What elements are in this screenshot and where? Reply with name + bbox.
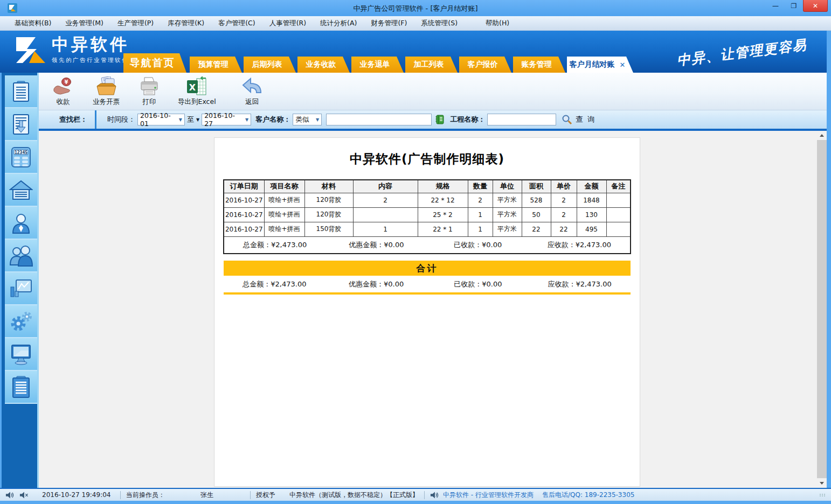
logo-name: 中异软件: [52, 35, 150, 53]
invoice-button[interactable]: 业务开票: [92, 76, 121, 107]
chevron-up-icon: [820, 134, 824, 137]
sidebar-item-calculator[interactable]: 12345: [5, 141, 37, 174]
active-tab-label: 客户月结对账: [570, 60, 615, 69]
chevron-down-icon: [820, 482, 824, 485]
menu-item-help[interactable]: 帮助(H): [479, 17, 516, 30]
menu-item-inventory[interactable]: 库存管理(K): [161, 17, 211, 30]
menu-item-finance[interactable]: 财务管理(F): [364, 17, 414, 30]
menu-item-hr[interactable]: 人事管理(R): [262, 17, 313, 30]
sidebar-item-monitor[interactable]: [5, 338, 37, 371]
project-name-input[interactable]: [487, 114, 556, 125]
scroll-up-button[interactable]: [817, 131, 827, 140]
licensed-label: 授权予: [256, 491, 275, 500]
printer-icon: [138, 76, 160, 96]
sidebar-item-notes[interactable]: [5, 371, 37, 404]
svg-text:12345: 12345: [15, 150, 27, 155]
sidebar-item-warehouse[interactable]: [5, 174, 37, 207]
grand-total: 总金额：¥2,473.00: [224, 279, 326, 289]
menu-item-business[interactable]: 业务管理(M): [58, 17, 110, 30]
table-row[interactable]: 2016-10-27喷绘+拼画 120背胶 25 * 21 平方米50 2130: [224, 207, 631, 222]
tab-customer-monthly-statement[interactable]: 客户月结对账 ✕: [567, 57, 633, 73]
sidebar-item-report[interactable]: [5, 75, 37, 108]
tab-postprocess-list[interactable]: 后期列表: [244, 57, 296, 73]
speaker-muted-icon[interactable]: [19, 491, 28, 499]
summary-received: 已收款：¥0.00: [427, 240, 529, 250]
sidebar-item-document-download[interactable]: [5, 108, 37, 141]
customer-name-input[interactable]: [326, 114, 432, 125]
table-summary-row: 总金额：¥2,473.00 优惠金额：¥0.00 已收款：¥0.00 应收款：¥…: [224, 236, 631, 254]
col-order-date: 订单日期: [224, 180, 264, 193]
grand-total-section: 合计 总金额：¥2,473.00 优惠金额：¥0.00 已收款：¥0.00 应收…: [224, 261, 631, 295]
chevron-down-icon: ▼: [196, 117, 199, 122]
to-select[interactable]: 至▼: [187, 115, 199, 124]
search-bar: 查找栏： 时间段： 2016-10-01▼ 至▼ 2016-10-27▼ 客户名…: [39, 110, 827, 131]
toolbar-button-label: 返回: [245, 97, 259, 107]
col-area: 面积: [522, 180, 551, 193]
search-icon[interactable]: [562, 114, 572, 125]
address-book-icon[interactable]: [435, 115, 445, 124]
speaker-icon[interactable]: [5, 491, 14, 499]
scroll-down-button[interactable]: [817, 479, 827, 488]
tab-account-management[interactable]: 账务管理: [513, 57, 565, 73]
calculator-icon: 12345: [10, 146, 32, 169]
tab-business-returns[interactable]: 业务退单: [351, 57, 404, 73]
tab-budget[interactable]: 预算管理: [190, 57, 242, 73]
detail-table: 订单日期 项目名称 材料 内容 规格 数量 单位 面积 单价 金额 备注: [223, 179, 631, 254]
report-panel: 中异软件(广告制作明细表) 订单日期 项目名称 材料 内容 规格 数量 单: [214, 137, 640, 487]
statistics-icon: [9, 277, 33, 300]
maximize-button[interactable]: ❐: [785, 0, 803, 12]
menu-item-base-data[interactable]: 基础资料(B): [8, 17, 58, 30]
sidebar-item-statistics[interactable]: [5, 272, 37, 305]
summary-receivable: 应收款：¥2,473.00: [529, 240, 630, 250]
tab-home[interactable]: 导航首页: [123, 53, 186, 73]
export-excel-button[interactable]: X 导出到Excel: [178, 76, 216, 107]
query-button[interactable]: 查 询: [576, 115, 595, 124]
status-datetime: 2016-10-27 19:49:04: [42, 491, 115, 499]
sidebar-item-person[interactable]: [5, 207, 37, 240]
back-button[interactable]: 返回: [238, 76, 267, 107]
close-button[interactable]: ✕: [803, 0, 828, 12]
date-from-select[interactable]: 2016-10-01▼: [137, 114, 185, 125]
menu-item-statistics[interactable]: 统计分析(A): [313, 17, 364, 30]
tab-customer-quote[interactable]: 客户报价: [459, 57, 511, 73]
separator: [120, 491, 121, 499]
table-row[interactable]: 2016-10-27喷绘+拼画 120背胶2 22 * 122 平方米528 2…: [224, 193, 631, 207]
toolbar-button-label: 业务开票: [93, 97, 120, 107]
excel-icon: X: [186, 76, 207, 96]
menu-item-customer[interactable]: 客户管理(C): [211, 17, 262, 30]
match-mode-select[interactable]: 类似▼: [293, 114, 322, 125]
person-icon: [10, 212, 32, 234]
warehouse-icon: [9, 179, 33, 201]
menu-item-system[interactable]: 系统管理(S): [414, 17, 465, 30]
print-button[interactable]: 打印: [135, 76, 164, 107]
menu-bar: 基础资料(B) 业务管理(M) 生产管理(P) 库存管理(K) 客户管理(C) …: [0, 16, 831, 31]
tab-processing-list[interactable]: 加工列表: [405, 57, 458, 73]
sidebar-item-settings[interactable]: [5, 305, 37, 338]
tab-business-receipts[interactable]: 业务收款: [297, 57, 350, 73]
window-controls: — ❐ ✕: [766, 0, 831, 12]
logo-z-icon: [15, 35, 46, 65]
grand-total-row: 总金额：¥2,473.00 优惠金额：¥0.00 已收款：¥0.00 应收款：¥…: [224, 276, 631, 292]
resize-grip-icon[interactable]: [820, 494, 826, 496]
minimize-button[interactable]: —: [766, 0, 785, 12]
col-spec: 规格: [418, 180, 468, 193]
toolbar-button-label: 收款: [57, 97, 70, 107]
report-icon: [10, 80, 32, 103]
monitor-icon: [9, 343, 33, 366]
grand-total-title: 合计: [224, 261, 631, 276]
menu-item-production[interactable]: 生产管理(P): [110, 17, 161, 30]
speaker-icon[interactable]: [430, 491, 439, 499]
sidebar-item-people[interactable]: [5, 240, 37, 272]
vertical-scrollbar[interactable]: [817, 131, 827, 488]
scrollbar-thumb[interactable]: [817, 140, 827, 478]
receive-payment-button[interactable]: ¥ 收款: [49, 76, 78, 107]
date-to-select[interactable]: 2016-10-27▼: [202, 114, 251, 125]
tab-close-icon[interactable]: ✕: [620, 61, 626, 69]
separator: [95, 110, 96, 129]
table-row[interactable]: 2016-10-27喷绘+拼画 150背胶1 22 * 11 平方米22 224…: [224, 222, 631, 236]
window-border-bottom: [0, 501, 831, 504]
document-download-icon: [10, 113, 32, 136]
customer-name-label: 客户名称：: [255, 115, 290, 124]
people-icon: [9, 244, 33, 267]
report-title: 中异软件(广告制作明细表): [214, 138, 640, 167]
